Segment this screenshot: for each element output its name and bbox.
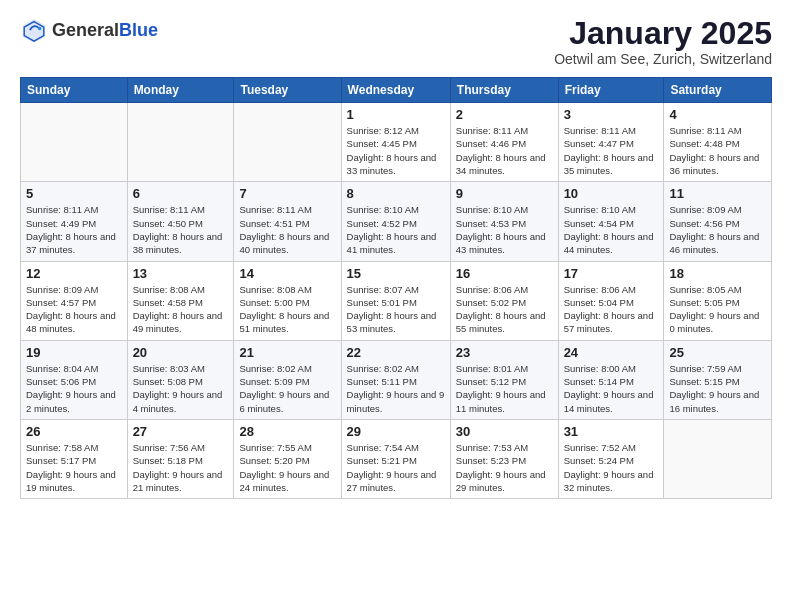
day-of-week-saturday: Saturday bbox=[664, 78, 772, 103]
calendar-day-3: 3Sunrise: 8:11 AM Sunset: 4:47 PM Daylig… bbox=[558, 103, 664, 182]
header: GeneralBlue January 2025 Oetwil am See, … bbox=[20, 16, 772, 67]
empty-cell bbox=[234, 103, 341, 182]
calendar-week-4: 26Sunrise: 7:58 AM Sunset: 5:17 PM Dayli… bbox=[21, 419, 772, 498]
day-info-17: Sunrise: 8:06 AM Sunset: 5:04 PM Dayligh… bbox=[564, 283, 659, 336]
day-info-11: Sunrise: 8:09 AM Sunset: 4:56 PM Dayligh… bbox=[669, 203, 766, 256]
page: GeneralBlue January 2025 Oetwil am See, … bbox=[0, 0, 792, 509]
day-number-20: 20 bbox=[133, 345, 229, 360]
day-number-28: 28 bbox=[239, 424, 335, 439]
day-info-8: Sunrise: 8:10 AM Sunset: 4:52 PM Dayligh… bbox=[347, 203, 445, 256]
day-number-19: 19 bbox=[26, 345, 122, 360]
day-number-3: 3 bbox=[564, 107, 659, 122]
day-number-17: 17 bbox=[564, 266, 659, 281]
calendar-day-12: 12Sunrise: 8:09 AM Sunset: 4:57 PM Dayli… bbox=[21, 261, 128, 340]
logo-text: GeneralBlue bbox=[52, 21, 158, 39]
calendar-day-17: 17Sunrise: 8:06 AM Sunset: 5:04 PM Dayli… bbox=[558, 261, 664, 340]
svg-point-2 bbox=[38, 27, 42, 31]
calendar-day-22: 22Sunrise: 8:02 AM Sunset: 5:11 PM Dayli… bbox=[341, 340, 450, 419]
day-number-29: 29 bbox=[347, 424, 445, 439]
day-of-week-thursday: Thursday bbox=[450, 78, 558, 103]
day-number-4: 4 bbox=[669, 107, 766, 122]
calendar-day-30: 30Sunrise: 7:53 AM Sunset: 5:23 PM Dayli… bbox=[450, 419, 558, 498]
calendar-day-10: 10Sunrise: 8:10 AM Sunset: 4:54 PM Dayli… bbox=[558, 182, 664, 261]
calendar-day-25: 25Sunrise: 7:59 AM Sunset: 5:15 PM Dayli… bbox=[664, 340, 772, 419]
day-info-4: Sunrise: 8:11 AM Sunset: 4:48 PM Dayligh… bbox=[669, 124, 766, 177]
calendar-day-26: 26Sunrise: 7:58 AM Sunset: 5:17 PM Dayli… bbox=[21, 419, 128, 498]
day-info-13: Sunrise: 8:08 AM Sunset: 4:58 PM Dayligh… bbox=[133, 283, 229, 336]
calendar-day-19: 19Sunrise: 8:04 AM Sunset: 5:06 PM Dayli… bbox=[21, 340, 128, 419]
calendar-day-18: 18Sunrise: 8:05 AM Sunset: 5:05 PM Dayli… bbox=[664, 261, 772, 340]
day-info-10: Sunrise: 8:10 AM Sunset: 4:54 PM Dayligh… bbox=[564, 203, 659, 256]
day-info-1: Sunrise: 8:12 AM Sunset: 4:45 PM Dayligh… bbox=[347, 124, 445, 177]
calendar-header: SundayMondayTuesdayWednesdayThursdayFrid… bbox=[21, 78, 772, 103]
day-info-18: Sunrise: 8:05 AM Sunset: 5:05 PM Dayligh… bbox=[669, 283, 766, 336]
day-of-week-sunday: Sunday bbox=[21, 78, 128, 103]
logo: GeneralBlue bbox=[20, 16, 158, 44]
logo-blue: Blue bbox=[119, 20, 158, 40]
day-number-26: 26 bbox=[26, 424, 122, 439]
calendar-day-4: 4Sunrise: 8:11 AM Sunset: 4:48 PM Daylig… bbox=[664, 103, 772, 182]
day-number-24: 24 bbox=[564, 345, 659, 360]
day-number-21: 21 bbox=[239, 345, 335, 360]
day-info-28: Sunrise: 7:55 AM Sunset: 5:20 PM Dayligh… bbox=[239, 441, 335, 494]
day-info-12: Sunrise: 8:09 AM Sunset: 4:57 PM Dayligh… bbox=[26, 283, 122, 336]
day-of-week-friday: Friday bbox=[558, 78, 664, 103]
day-info-24: Sunrise: 8:00 AM Sunset: 5:14 PM Dayligh… bbox=[564, 362, 659, 415]
day-of-week-monday: Monday bbox=[127, 78, 234, 103]
calendar-day-14: 14Sunrise: 8:08 AM Sunset: 5:00 PM Dayli… bbox=[234, 261, 341, 340]
location: Oetwil am See, Zurich, Switzerland bbox=[554, 51, 772, 67]
day-info-29: Sunrise: 7:54 AM Sunset: 5:21 PM Dayligh… bbox=[347, 441, 445, 494]
day-number-10: 10 bbox=[564, 186, 659, 201]
calendar-day-9: 9Sunrise: 8:10 AM Sunset: 4:53 PM Daylig… bbox=[450, 182, 558, 261]
day-info-26: Sunrise: 7:58 AM Sunset: 5:17 PM Dayligh… bbox=[26, 441, 122, 494]
day-number-8: 8 bbox=[347, 186, 445, 201]
logo-icon bbox=[20, 16, 48, 44]
day-info-30: Sunrise: 7:53 AM Sunset: 5:23 PM Dayligh… bbox=[456, 441, 553, 494]
day-number-11: 11 bbox=[669, 186, 766, 201]
day-info-23: Sunrise: 8:01 AM Sunset: 5:12 PM Dayligh… bbox=[456, 362, 553, 415]
day-number-23: 23 bbox=[456, 345, 553, 360]
day-number-5: 5 bbox=[26, 186, 122, 201]
calendar-day-27: 27Sunrise: 7:56 AM Sunset: 5:18 PM Dayli… bbox=[127, 419, 234, 498]
day-number-6: 6 bbox=[133, 186, 229, 201]
calendar-day-1: 1Sunrise: 8:12 AM Sunset: 4:45 PM Daylig… bbox=[341, 103, 450, 182]
day-info-25: Sunrise: 7:59 AM Sunset: 5:15 PM Dayligh… bbox=[669, 362, 766, 415]
calendar-week-1: 5Sunrise: 8:11 AM Sunset: 4:49 PM Daylig… bbox=[21, 182, 772, 261]
day-info-19: Sunrise: 8:04 AM Sunset: 5:06 PM Dayligh… bbox=[26, 362, 122, 415]
calendar-day-5: 5Sunrise: 8:11 AM Sunset: 4:49 PM Daylig… bbox=[21, 182, 128, 261]
calendar-day-8: 8Sunrise: 8:10 AM Sunset: 4:52 PM Daylig… bbox=[341, 182, 450, 261]
day-number-16: 16 bbox=[456, 266, 553, 281]
day-number-18: 18 bbox=[669, 266, 766, 281]
calendar-day-23: 23Sunrise: 8:01 AM Sunset: 5:12 PM Dayli… bbox=[450, 340, 558, 419]
day-number-1: 1 bbox=[347, 107, 445, 122]
calendar-table: SundayMondayTuesdayWednesdayThursdayFrid… bbox=[20, 77, 772, 499]
empty-cell bbox=[127, 103, 234, 182]
day-number-9: 9 bbox=[456, 186, 553, 201]
logo-general: General bbox=[52, 20, 119, 40]
calendar-week-3: 19Sunrise: 8:04 AM Sunset: 5:06 PM Dayli… bbox=[21, 340, 772, 419]
day-info-16: Sunrise: 8:06 AM Sunset: 5:02 PM Dayligh… bbox=[456, 283, 553, 336]
calendar-day-13: 13Sunrise: 8:08 AM Sunset: 4:58 PM Dayli… bbox=[127, 261, 234, 340]
days-of-week-row: SundayMondayTuesdayWednesdayThursdayFrid… bbox=[21, 78, 772, 103]
calendar-day-15: 15Sunrise: 8:07 AM Sunset: 5:01 PM Dayli… bbox=[341, 261, 450, 340]
day-number-13: 13 bbox=[133, 266, 229, 281]
day-info-2: Sunrise: 8:11 AM Sunset: 4:46 PM Dayligh… bbox=[456, 124, 553, 177]
calendar-body: 1Sunrise: 8:12 AM Sunset: 4:45 PM Daylig… bbox=[21, 103, 772, 499]
day-info-5: Sunrise: 8:11 AM Sunset: 4:49 PM Dayligh… bbox=[26, 203, 122, 256]
calendar-day-6: 6Sunrise: 8:11 AM Sunset: 4:50 PM Daylig… bbox=[127, 182, 234, 261]
calendar-day-7: 7Sunrise: 8:11 AM Sunset: 4:51 PM Daylig… bbox=[234, 182, 341, 261]
day-number-22: 22 bbox=[347, 345, 445, 360]
day-number-27: 27 bbox=[133, 424, 229, 439]
day-of-week-wednesday: Wednesday bbox=[341, 78, 450, 103]
day-info-6: Sunrise: 8:11 AM Sunset: 4:50 PM Dayligh… bbox=[133, 203, 229, 256]
calendar-day-11: 11Sunrise: 8:09 AM Sunset: 4:56 PM Dayli… bbox=[664, 182, 772, 261]
calendar-day-31: 31Sunrise: 7:52 AM Sunset: 5:24 PM Dayli… bbox=[558, 419, 664, 498]
calendar-day-2: 2Sunrise: 8:11 AM Sunset: 4:46 PM Daylig… bbox=[450, 103, 558, 182]
calendar-day-24: 24Sunrise: 8:00 AM Sunset: 5:14 PM Dayli… bbox=[558, 340, 664, 419]
day-of-week-tuesday: Tuesday bbox=[234, 78, 341, 103]
day-info-15: Sunrise: 8:07 AM Sunset: 5:01 PM Dayligh… bbox=[347, 283, 445, 336]
calendar-day-21: 21Sunrise: 8:02 AM Sunset: 5:09 PM Dayli… bbox=[234, 340, 341, 419]
day-number-25: 25 bbox=[669, 345, 766, 360]
calendar-week-0: 1Sunrise: 8:12 AM Sunset: 4:45 PM Daylig… bbox=[21, 103, 772, 182]
day-info-3: Sunrise: 8:11 AM Sunset: 4:47 PM Dayligh… bbox=[564, 124, 659, 177]
